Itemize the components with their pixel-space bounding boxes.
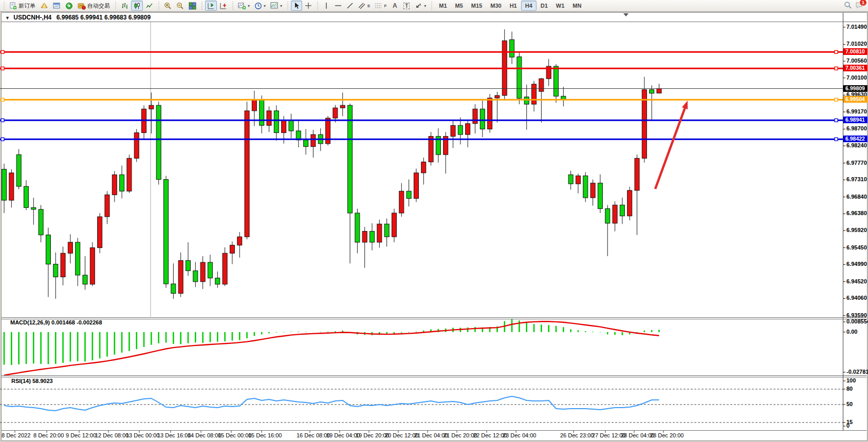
templates-button[interactable]: ▾ xyxy=(268,1,284,11)
price-axis-label: 6.99170 xyxy=(846,108,867,114)
toolbar-grip xyxy=(286,2,289,10)
periods-button[interactable]: ▾ xyxy=(252,1,268,11)
zoom-in-button[interactable] xyxy=(162,1,174,11)
main-toolbar: 新订单 自动交易 xyxy=(0,0,868,12)
zoom-in-icon xyxy=(164,2,172,10)
timeframe-button-h1[interactable]: H1 xyxy=(506,1,521,11)
signals-button[interactable] xyxy=(63,1,75,11)
zoom-out-button[interactable] xyxy=(174,1,186,11)
auto-trading-button[interactable]: 自动交易 xyxy=(76,1,112,11)
candlestick-chart-icon xyxy=(133,2,141,10)
fibonacci-icon xyxy=(375,2,382,9)
text-tool-button[interactable]: A xyxy=(389,1,400,11)
date-axis-label: 8 Dec 2022 xyxy=(2,432,30,438)
price-axis-label: 7.01490 xyxy=(846,24,867,30)
notifications-button[interactable]: 1 xyxy=(855,1,864,10)
fibonacci-button[interactable]: F xyxy=(373,1,389,11)
price-axis-label: 6.93590 xyxy=(846,312,867,318)
trendline-icon xyxy=(346,2,354,9)
price-axis-label: 6.96840 xyxy=(846,194,867,200)
crosshair-button[interactable] xyxy=(303,1,314,11)
macd-panel-separator[interactable] xyxy=(2,317,866,318)
chart-title: ▼ USDCNH-,H4 6.99685 6.99941 6.99683 6.9… xyxy=(5,14,151,21)
line-chart-button[interactable] xyxy=(143,1,155,11)
deposit-button[interactable] xyxy=(38,1,50,11)
price-line-badge: 6.99504 xyxy=(843,96,867,103)
line-chart-icon xyxy=(145,2,153,10)
horizontal-line-button[interactable] xyxy=(333,1,344,11)
equidistant-channel-icon xyxy=(358,2,366,9)
trendline-button[interactable] xyxy=(344,1,356,11)
signal-icon xyxy=(65,2,73,10)
collapse-triangle-icon[interactable]: ▼ xyxy=(5,15,10,21)
timeframe-button-w1[interactable]: W1 xyxy=(552,1,569,11)
zoom-out-icon xyxy=(176,2,184,10)
price-axis-label: 6.95920 xyxy=(846,227,867,233)
template-icon xyxy=(270,2,279,9)
date-axis-label: 15 Dec 00:00 xyxy=(218,432,251,438)
price-axis-label: 6.94060 xyxy=(846,295,867,301)
date-axis-label: 16 Dec 08:00 xyxy=(297,432,330,438)
date-axis-border xyxy=(2,430,866,431)
text-label-button[interactable]: T xyxy=(401,1,412,11)
vertical-line-button[interactable] xyxy=(321,1,332,11)
auto-scroll-button[interactable] xyxy=(217,1,229,11)
price-line-badge: 6.99809 xyxy=(843,85,867,92)
equidistant-channel-button[interactable]: E xyxy=(356,1,372,11)
price-axis-label: 6.94520 xyxy=(846,278,867,284)
timeframe-label: W1 xyxy=(554,3,567,9)
timeframe-button-m5[interactable]: M5 xyxy=(451,1,467,11)
chart-window-icon xyxy=(53,2,61,9)
rsi-panel-separator[interactable] xyxy=(2,375,866,376)
arrows-tool-button[interactable]: ▾ xyxy=(413,1,428,11)
price-axis-label: 6.96380 xyxy=(846,210,867,216)
rsi-indicator-label: RSI(14) 58.9023 xyxy=(11,378,53,384)
horizontal-line-icon xyxy=(335,3,342,9)
timeframe-label: H1 xyxy=(508,3,519,9)
price-axis-label: 6.94990 xyxy=(846,261,867,267)
notification-badge: 1 xyxy=(859,0,867,6)
rsi-axis-label: 0 xyxy=(846,422,849,429)
price-axis-label: 6.98700 xyxy=(846,125,867,131)
crosshair-icon xyxy=(305,2,312,9)
toolbar-grip xyxy=(316,2,319,10)
tile-windows-button[interactable] xyxy=(187,1,198,11)
macd-panel-separator[interactable] xyxy=(2,319,866,319)
cursor-button[interactable] xyxy=(291,1,302,11)
chevron-down-icon: ▾ xyxy=(264,4,266,8)
text-tool-icon: A xyxy=(393,2,397,9)
indicators-button[interactable]: ▾ xyxy=(236,1,252,11)
bar-chart-button[interactable] xyxy=(119,1,131,11)
macd-axis-label: 0.008554 xyxy=(846,318,868,324)
toolbar-grip xyxy=(430,2,433,10)
cursor-icon xyxy=(293,2,300,9)
timeframe-button-mn[interactable]: MN xyxy=(568,1,585,11)
candlestick-plot-area[interactable] xyxy=(2,22,843,317)
price-line-badge: 7.00361 xyxy=(843,65,867,71)
price-axis-label: 6.95450 xyxy=(846,244,867,251)
date-axis-label: 28 Dec 20:00 xyxy=(650,432,684,438)
open-chart-button[interactable] xyxy=(51,1,63,11)
search-icon[interactable] xyxy=(844,1,852,10)
macd-indicator-label: MACD(12,26,9) 0.001468 -0.002268 xyxy=(10,319,102,325)
timeframe-button-m15[interactable]: M15 xyxy=(467,1,486,11)
timeframe-button-m30[interactable]: M30 xyxy=(486,1,505,11)
date-axis-label: 15 Dec 16:00 xyxy=(248,432,282,438)
price-axis-label: 7.01020 xyxy=(846,41,867,47)
price-line-badge: 6.98422 xyxy=(843,136,867,142)
timeframe-button-h4[interactable]: H4 xyxy=(521,1,537,11)
date-axis-label: 21 Dec 20:00 xyxy=(444,432,477,438)
price-axis-label: 7.00100 xyxy=(846,74,867,81)
candlestick-chart-button[interactable] xyxy=(131,1,143,11)
date-axis-label: 23 Dec 04:00 xyxy=(503,432,536,438)
timeframe-button-m1[interactable]: M1 xyxy=(435,1,451,11)
toolbar-grip xyxy=(200,2,203,10)
rsi-panel-separator[interactable] xyxy=(2,377,866,377)
gold-ingot-icon xyxy=(40,2,48,9)
chart-shift-button[interactable] xyxy=(205,1,217,11)
timeframe-label: MN xyxy=(570,3,583,9)
macd-axis-label: -0.027813 xyxy=(846,369,868,375)
timeframe-label: M15 xyxy=(469,3,484,9)
timeframe-button-d1[interactable]: D1 xyxy=(537,1,552,11)
new-order-button[interactable]: 新订单 xyxy=(7,1,38,11)
